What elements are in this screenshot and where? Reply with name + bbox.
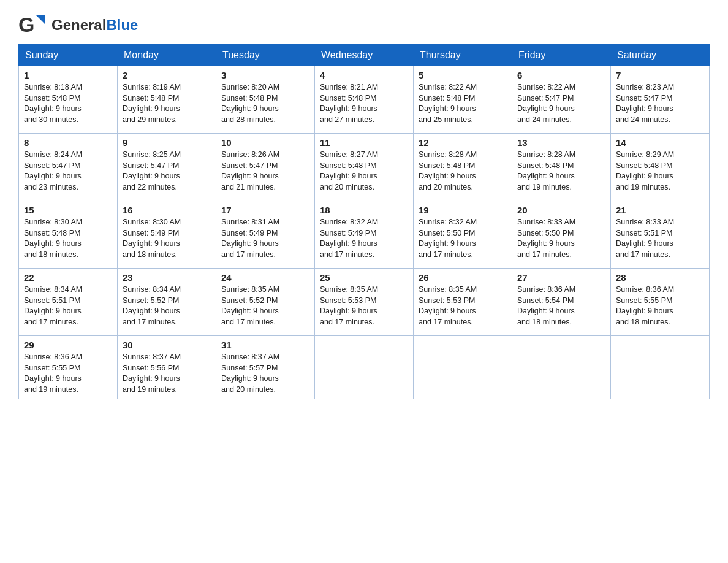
calendar-day-1: 1 Sunrise: 8:18 AM Sunset: 5:48 PM Dayli… xyxy=(19,66,118,134)
day-header-tuesday: Tuesday xyxy=(216,45,315,66)
day-info: Sunrise: 8:34 AM Sunset: 5:51 PM Dayligh… xyxy=(24,285,112,327)
empty-cell xyxy=(315,336,414,399)
day-info: Sunrise: 8:21 AM Sunset: 5:48 PM Dayligh… xyxy=(320,82,408,125)
logo: G GeneralBlue xyxy=(18,12,138,38)
day-number: 13 xyxy=(517,137,605,148)
calendar-week-3: 15 Sunrise: 8:30 AM Sunset: 5:48 PM Dayl… xyxy=(19,201,710,269)
day-number: 28 xyxy=(616,272,704,283)
page-header: G GeneralBlue xyxy=(18,12,710,38)
day-info: Sunrise: 8:34 AM Sunset: 5:52 PM Dayligh… xyxy=(123,285,211,327)
day-number: 15 xyxy=(24,205,112,215)
day-number: 27 xyxy=(517,272,605,283)
calendar-day-19: 19 Sunrise: 8:32 AM Sunset: 5:50 PM Dayl… xyxy=(414,201,512,269)
day-number: 29 xyxy=(24,340,112,350)
day-number: 22 xyxy=(24,272,112,283)
calendar-day-16: 16 Sunrise: 8:30 AM Sunset: 5:49 PM Dayl… xyxy=(118,201,216,269)
calendar-day-10: 10 Sunrise: 8:26 AM Sunset: 5:47 PM Dayl… xyxy=(216,134,315,201)
day-number: 18 xyxy=(320,205,408,215)
calendar-day-28: 28 Sunrise: 8:36 AM Sunset: 5:55 PM Dayl… xyxy=(611,269,710,336)
day-number: 17 xyxy=(221,205,309,215)
calendar-day-8: 8 Sunrise: 8:24 AM Sunset: 5:47 PM Dayli… xyxy=(19,134,118,201)
calendar-day-15: 15 Sunrise: 8:30 AM Sunset: 5:48 PM Dayl… xyxy=(19,201,118,269)
calendar-day-27: 27 Sunrise: 8:36 AM Sunset: 5:54 PM Dayl… xyxy=(512,269,611,336)
calendar-day-24: 24 Sunrise: 8:35 AM Sunset: 5:52 PM Dayl… xyxy=(216,269,315,336)
calendar-day-21: 21 Sunrise: 8:33 AM Sunset: 5:51 PM Dayl… xyxy=(611,201,710,269)
day-header-friday: Friday xyxy=(512,45,611,66)
day-info: Sunrise: 8:35 AM Sunset: 5:53 PM Dayligh… xyxy=(320,285,408,327)
calendar-day-20: 20 Sunrise: 8:33 AM Sunset: 5:50 PM Dayl… xyxy=(512,201,611,269)
day-number: 21 xyxy=(616,205,704,215)
day-info: Sunrise: 8:36 AM Sunset: 5:54 PM Dayligh… xyxy=(517,285,605,327)
day-info: Sunrise: 8:35 AM Sunset: 5:53 PM Dayligh… xyxy=(419,285,507,327)
calendar-day-26: 26 Sunrise: 8:35 AM Sunset: 5:53 PM Dayl… xyxy=(414,269,512,336)
day-info: Sunrise: 8:35 AM Sunset: 5:52 PM Dayligh… xyxy=(221,285,309,327)
day-number: 3 xyxy=(221,70,309,80)
day-number: 31 xyxy=(221,340,309,350)
day-info: Sunrise: 8:33 AM Sunset: 5:51 PM Dayligh… xyxy=(616,217,704,260)
day-info: Sunrise: 8:18 AM Sunset: 5:48 PM Dayligh… xyxy=(24,82,112,125)
day-info: Sunrise: 8:29 AM Sunset: 5:48 PM Dayligh… xyxy=(616,150,704,193)
empty-cell xyxy=(611,336,710,399)
empty-cell xyxy=(414,336,512,399)
day-info: Sunrise: 8:31 AM Sunset: 5:49 PM Dayligh… xyxy=(221,217,309,260)
day-info: Sunrise: 8:36 AM Sunset: 5:55 PM Dayligh… xyxy=(616,285,704,327)
calendar-day-31: 31 Sunrise: 8:37 AM Sunset: 5:57 PM Dayl… xyxy=(216,336,315,399)
calendar-day-29: 29 Sunrise: 8:36 AM Sunset: 5:55 PM Dayl… xyxy=(19,336,118,399)
svg-text:G: G xyxy=(18,13,34,36)
day-header-sunday: Sunday xyxy=(19,45,118,66)
calendar-day-9: 9 Sunrise: 8:25 AM Sunset: 5:47 PM Dayli… xyxy=(118,134,216,201)
day-info: Sunrise: 8:37 AM Sunset: 5:56 PM Dayligh… xyxy=(123,352,211,395)
day-info: Sunrise: 8:25 AM Sunset: 5:47 PM Dayligh… xyxy=(123,150,211,193)
calendar-day-6: 6 Sunrise: 8:22 AM Sunset: 5:47 PM Dayli… xyxy=(512,66,611,134)
day-number: 6 xyxy=(517,70,605,80)
day-info: Sunrise: 8:28 AM Sunset: 5:48 PM Dayligh… xyxy=(517,150,605,193)
day-number: 10 xyxy=(221,137,309,148)
day-info: Sunrise: 8:32 AM Sunset: 5:49 PM Dayligh… xyxy=(320,217,408,260)
day-number: 1 xyxy=(24,70,112,80)
calendar-week-1: 1 Sunrise: 8:18 AM Sunset: 5:48 PM Dayli… xyxy=(19,66,710,134)
day-number: 9 xyxy=(123,137,211,148)
calendar-day-5: 5 Sunrise: 8:22 AM Sunset: 5:48 PM Dayli… xyxy=(414,66,512,134)
calendar-week-5: 29 Sunrise: 8:36 AM Sunset: 5:55 PM Dayl… xyxy=(19,336,710,399)
day-number: 14 xyxy=(616,137,704,148)
calendar-week-4: 22 Sunrise: 8:34 AM Sunset: 5:51 PM Dayl… xyxy=(19,269,710,336)
day-info: Sunrise: 8:22 AM Sunset: 5:48 PM Dayligh… xyxy=(419,82,507,125)
calendar-day-2: 2 Sunrise: 8:19 AM Sunset: 5:48 PM Dayli… xyxy=(118,66,216,134)
calendar-day-25: 25 Sunrise: 8:35 AM Sunset: 5:53 PM Dayl… xyxy=(315,269,414,336)
day-header-thursday: Thursday xyxy=(414,45,512,66)
logo-svg: G xyxy=(18,12,49,38)
calendar-day-11: 11 Sunrise: 8:27 AM Sunset: 5:48 PM Dayl… xyxy=(315,134,414,201)
day-info: Sunrise: 8:23 AM Sunset: 5:47 PM Dayligh… xyxy=(616,82,704,125)
calendar-week-2: 8 Sunrise: 8:24 AM Sunset: 5:47 PM Dayli… xyxy=(19,134,710,201)
day-header-saturday: Saturday xyxy=(611,45,710,66)
day-info: Sunrise: 8:26 AM Sunset: 5:47 PM Dayligh… xyxy=(221,150,309,193)
day-number: 4 xyxy=(320,70,408,80)
calendar-day-22: 22 Sunrise: 8:34 AM Sunset: 5:51 PM Dayl… xyxy=(19,269,118,336)
day-number: 7 xyxy=(616,70,704,80)
day-number: 8 xyxy=(24,137,112,148)
day-header-wednesday: Wednesday xyxy=(315,45,414,66)
calendar-day-13: 13 Sunrise: 8:28 AM Sunset: 5:48 PM Dayl… xyxy=(512,134,611,201)
day-info: Sunrise: 8:36 AM Sunset: 5:55 PM Dayligh… xyxy=(24,352,112,395)
day-number: 5 xyxy=(419,70,507,80)
day-info: Sunrise: 8:20 AM Sunset: 5:48 PM Dayligh… xyxy=(221,82,309,125)
empty-cell xyxy=(512,336,611,399)
day-info: Sunrise: 8:37 AM Sunset: 5:57 PM Dayligh… xyxy=(221,352,309,395)
day-info: Sunrise: 8:22 AM Sunset: 5:47 PM Dayligh… xyxy=(517,82,605,125)
days-header-row: SundayMondayTuesdayWednesdayThursdayFrid… xyxy=(19,45,710,66)
day-info: Sunrise: 8:24 AM Sunset: 5:47 PM Dayligh… xyxy=(24,150,112,193)
day-info: Sunrise: 8:32 AM Sunset: 5:50 PM Dayligh… xyxy=(419,217,507,260)
day-number: 2 xyxy=(123,70,211,80)
day-number: 12 xyxy=(419,137,507,148)
calendar-day-23: 23 Sunrise: 8:34 AM Sunset: 5:52 PM Dayl… xyxy=(118,269,216,336)
day-info: Sunrise: 8:28 AM Sunset: 5:48 PM Dayligh… xyxy=(419,150,507,193)
day-header-monday: Monday xyxy=(118,45,216,66)
day-number: 19 xyxy=(419,205,507,215)
svg-marker-1 xyxy=(36,15,45,25)
calendar-day-7: 7 Sunrise: 8:23 AM Sunset: 5:47 PM Dayli… xyxy=(611,66,710,134)
day-number: 24 xyxy=(221,272,309,283)
calendar-day-17: 17 Sunrise: 8:31 AM Sunset: 5:49 PM Dayl… xyxy=(216,201,315,269)
day-number: 23 xyxy=(123,272,211,283)
day-number: 20 xyxy=(517,205,605,215)
day-number: 11 xyxy=(320,137,408,148)
